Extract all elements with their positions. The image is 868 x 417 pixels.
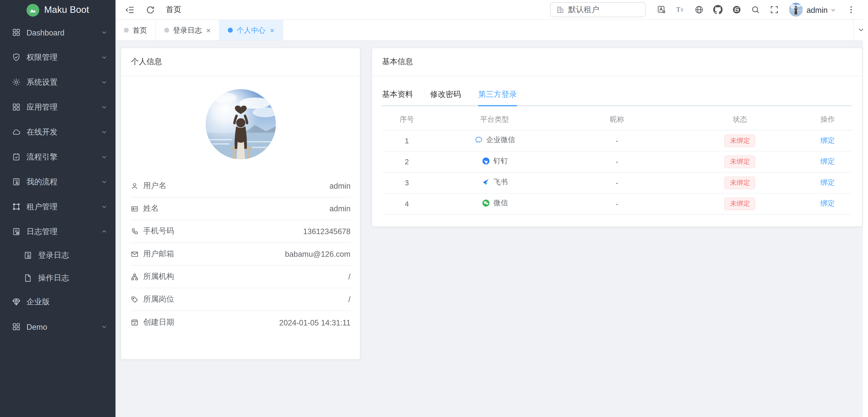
bind-link[interactable]: 绑定 [820, 157, 835, 166]
chevron-down-icon [101, 54, 107, 60]
translate-icon[interactable] [652, 0, 671, 20]
sidebar-item-permissions[interactable]: 权限管理 [0, 45, 116, 70]
tab-label: 首页 [133, 25, 147, 35]
sidebar-item-enterprise[interactable]: 企业版 [0, 290, 116, 315]
bind-link[interactable]: 绑定 [820, 136, 835, 144]
tab-dot [164, 28, 169, 33]
cell-index: 2 [382, 151, 432, 172]
col-nickname: 昵称 [557, 110, 677, 130]
font-size-icon[interactable]: TT [671, 0, 690, 20]
sidebar-item-app-management[interactable]: 应用管理 [0, 95, 116, 119]
profile-card: 个人信息 [121, 48, 361, 360]
sidebar-item-operation-log[interactable]: 操作日志 [0, 267, 116, 289]
gem-icon [11, 297, 21, 306]
user-icon [130, 182, 139, 190]
tenant-value: 默认租户 [568, 5, 599, 15]
info-tabs: 基本资料 修改密码 第三方登录 [382, 84, 852, 106]
status-badge: 未绑定 [724, 176, 755, 189]
sidebar-item-demo[interactable]: Demo [0, 315, 116, 339]
col-status: 状态 [677, 110, 803, 130]
gitee-icon[interactable] [727, 0, 746, 20]
cell-index: 3 [382, 172, 432, 193]
profile-row-email: 用户邮箱 babamu@126.com [130, 243, 350, 266]
sidebar-item-login-log[interactable]: 登录日志 [0, 244, 116, 267]
grid-icon [11, 28, 21, 37]
chevron-down-icon [101, 324, 107, 330]
close-icon[interactable]: × [206, 26, 211, 34]
platform-label: 飞书 [494, 177, 508, 187]
logo[interactable]: Maku Boot [0, 0, 116, 20]
clipboard-check-icon [11, 152, 21, 161]
col-index: 序号 [382, 110, 432, 130]
cell-nickname: - [557, 172, 677, 193]
github-icon[interactable] [709, 0, 727, 20]
tab-label: 登录日志 [173, 25, 202, 35]
info-card-title: 基本信息 [372, 48, 862, 76]
search-icon[interactable] [746, 0, 765, 20]
sidebar-item-online-dev[interactable]: 在线开发 [0, 119, 116, 144]
tab-login-log[interactable]: 登录日志 × [156, 20, 219, 40]
close-icon[interactable]: × [270, 26, 274, 34]
chevron-down-icon [101, 179, 107, 185]
collapse-sidebar-icon[interactable] [125, 5, 135, 15]
bind-link[interactable]: 绑定 [820, 178, 835, 186]
dingtalk-icon [481, 157, 490, 166]
field-label: 手机号码 [143, 226, 174, 236]
profile-row-phone: 手机号码 13612345678 [130, 220, 350, 243]
chevron-up-icon [101, 229, 107, 235]
maku-logo-icon [26, 3, 39, 16]
tenant-select[interactable]: 默认租户 [550, 2, 646, 17]
sidebar-item-workflow-engine[interactable]: 流程引擎 [0, 144, 116, 169]
profile-card-title: 个人信息 [121, 48, 360, 76]
refresh-icon[interactable] [146, 5, 156, 15]
table-row: 3 飞书 - 未绑定 绑定 [382, 172, 852, 193]
breadcrumb[interactable]: 首页 [166, 5, 181, 15]
tab-profile-center[interactable]: 个人中心 × [220, 20, 283, 40]
platform-label: 微信 [494, 198, 508, 208]
grid-icon [11, 102, 21, 112]
document-user-icon [11, 177, 21, 186]
sidebar-item-log-management[interactable]: 日志管理 [0, 219, 116, 244]
col-action: 操作 [803, 110, 852, 130]
mail-icon [130, 250, 139, 258]
app-window: Maku Boot Dashboard 权限管理 系统设置 应用管理 [0, 0, 868, 417]
platform-label: 钉钉 [494, 156, 508, 166]
user-menu[interactable]: admin [806, 5, 836, 14]
third-party-table: 序号 平台类型 昵称 状态 操作 1 [382, 110, 852, 214]
chevron-down-icon [101, 154, 107, 160]
document-user-icon [23, 251, 32, 260]
fullscreen-icon[interactable] [765, 0, 784, 20]
sidebar-item-system-settings[interactable]: 系统设置 [0, 70, 116, 95]
platform-label: 企业微信 [486, 135, 515, 145]
field-value: 13612345678 [303, 227, 350, 236]
shield-check-icon [11, 53, 21, 62]
svg-text:T: T [681, 8, 684, 12]
field-label: 创建日期 [143, 318, 174, 327]
bind-link[interactable]: 绑定 [820, 199, 835, 208]
tab-change-password[interactable]: 修改密码 [430, 84, 461, 105]
globe-icon[interactable] [690, 0, 709, 20]
table-row: 4 微信 - 未绑定 绑定 [382, 193, 852, 214]
table-row: 1 企业微信 - 未绑定 绑定 [382, 130, 852, 151]
tab-third-party-login[interactable]: 第三方登录 [478, 84, 517, 105]
field-label: 所属机构 [143, 272, 174, 282]
tab-basic-profile[interactable]: 基本资料 [382, 84, 413, 105]
scrollbar-gutter[interactable] [863, 0, 868, 417]
kebab-menu-icon[interactable] [841, 0, 860, 20]
sidebar-item-tenant-management[interactable]: 租户管理 [0, 194, 116, 219]
chevron-down-icon [101, 79, 107, 85]
col-platform: 平台类型 [432, 110, 557, 130]
profile-avatar[interactable] [205, 89, 275, 159]
tab-home[interactable]: 首页 [116, 20, 156, 40]
tabbar-spacer [283, 20, 853, 40]
sidebar-item-my-workflows[interactable]: 我的流程 [0, 169, 116, 194]
frame-icon [11, 202, 21, 211]
tab-dot [228, 28, 233, 33]
document-check-icon [11, 227, 21, 236]
content-area: 个人信息 [116, 41, 868, 417]
table-header-row: 序号 平台类型 昵称 状态 操作 [382, 110, 852, 130]
platform-cell: 微信 [481, 198, 508, 208]
sidebar-item-dashboard[interactable]: Dashboard [0, 20, 116, 45]
topbar: 首页 默认租户 TT [116, 0, 868, 20]
avatar[interactable] [789, 3, 803, 17]
